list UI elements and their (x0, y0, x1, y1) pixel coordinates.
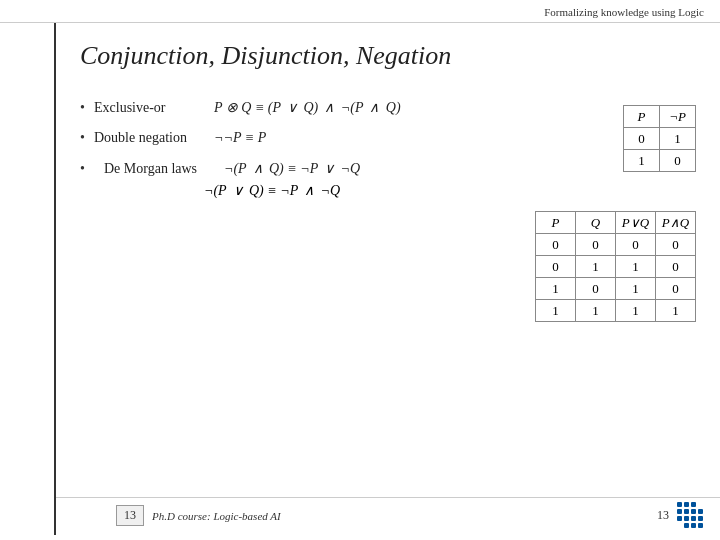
double-negation-formula: ¬¬P ≡ P (214, 130, 266, 146)
exclusive-or-label: Exclusive-or (94, 100, 204, 116)
footer: 13 Ph.D course: Logic-based AI 13 (56, 497, 720, 535)
th-q: Q (576, 212, 616, 234)
dot (677, 502, 682, 507)
dot (691, 523, 696, 528)
dot (677, 523, 682, 528)
footer-right: 13 (657, 502, 704, 529)
th-notp: ¬P (660, 106, 696, 128)
bullet-de-morgan: • De Morgan laws ¬(P ∧ Q) ≡ ¬P ∨ ¬Q ¬(P … (80, 160, 700, 199)
table-morgan: P Q P∨Q P∧Q 0 0 0 0 0 1 1 0 (535, 211, 696, 322)
de-morgan-formula1: ¬(P ∧ Q) ≡ ¬P ∨ ¬Q (224, 160, 360, 177)
double-negation-label: Double negation (94, 130, 204, 146)
th-pvq: P∨Q (616, 212, 656, 234)
content-area: Conjunction, Disjunction, Negation • Exc… (56, 23, 720, 535)
exclusive-or-formula: P ⊗ Q ≡ (P ∨ Q) ∧ ¬(P ∧ Q) (214, 99, 401, 116)
cell-notp-1: 0 (660, 150, 696, 172)
de-morgan-formula2: ¬(P ∨ Q) ≡ ¬P ∧ ¬Q (204, 183, 340, 198)
dot (698, 502, 703, 507)
dot (684, 523, 689, 528)
dot (698, 509, 703, 514)
bullet-icon-1: • (80, 100, 94, 116)
dot (698, 516, 703, 521)
dot (691, 509, 696, 514)
dot (684, 509, 689, 514)
slide-title: Conjunction, Disjunction, Negation (80, 41, 700, 71)
cell-notp-0: 1 (660, 128, 696, 150)
th-p2: P (536, 212, 576, 234)
left-border (0, 23, 56, 535)
th-paq: P∧Q (656, 212, 696, 234)
de-morgan-label: De Morgan laws (104, 161, 214, 177)
table-row: 1 1 1 1 (536, 300, 696, 322)
dot (677, 509, 682, 514)
course-text: Ph.D course: Logic-based AI (152, 510, 281, 522)
dot (677, 516, 682, 521)
table-row: 1 0 1 0 (536, 278, 696, 300)
cell-p-1: 1 (624, 150, 660, 172)
dot (691, 502, 696, 507)
table-row: 0 0 0 0 (536, 234, 696, 256)
table-row: 1 0 (624, 150, 696, 172)
dot (691, 516, 696, 521)
bullet-content-2: Double negation ¬¬P ≡ P (94, 130, 266, 146)
upc-logo (677, 502, 704, 529)
table-row: 0 1 (624, 128, 696, 150)
dot (684, 516, 689, 521)
main-content: Conjunction, Disjunction, Negation • Exc… (0, 23, 720, 535)
bullet-icon-3: • (80, 161, 94, 177)
header-bar: Formalizing knowledge using Logic (0, 0, 720, 23)
cell-p-0: 0 (624, 128, 660, 150)
dot (684, 502, 689, 507)
footer-left: 13 Ph.D course: Logic-based AI (116, 505, 281, 526)
bullet-content-1: Exclusive-or P ⊗ Q ≡ (P ∨ Q) ∧ ¬(P ∧ Q) (94, 99, 401, 116)
page-number-left: 13 (116, 505, 144, 526)
th-p: P (624, 106, 660, 128)
bullet-content-3: De Morgan laws ¬(P ∧ Q) ≡ ¬P ∨ ¬Q (104, 160, 360, 177)
bullet-exclusive-or: • Exclusive-or P ⊗ Q ≡ (P ∨ Q) ∧ ¬(P ∧ Q… (80, 99, 700, 116)
page-number-right: 13 (657, 508, 669, 523)
dot (698, 523, 703, 528)
table-p-notp: P ¬P 0 1 1 0 (623, 105, 696, 172)
bullet-double-negation: • Double negation ¬¬P ≡ P (80, 130, 700, 146)
bullet-icon-2: • (80, 130, 94, 146)
table-row: 0 1 1 0 (536, 256, 696, 278)
header-title: Formalizing knowledge using Logic (544, 6, 704, 18)
